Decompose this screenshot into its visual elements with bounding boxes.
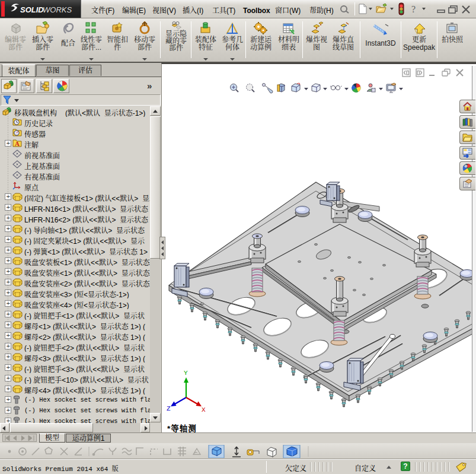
svg-text:Z: Z bbox=[167, 405, 171, 412]
svg-text:X: X bbox=[202, 406, 206, 413]
svg-text:Y: Y bbox=[184, 370, 188, 377]
svg-text:A: A bbox=[15, 140, 20, 147]
svg-text:?: ? bbox=[411, 4, 416, 14]
svg-text:SOLID: SOLID bbox=[20, 5, 44, 14]
svg-text:WORKS: WORKS bbox=[43, 5, 72, 14]
